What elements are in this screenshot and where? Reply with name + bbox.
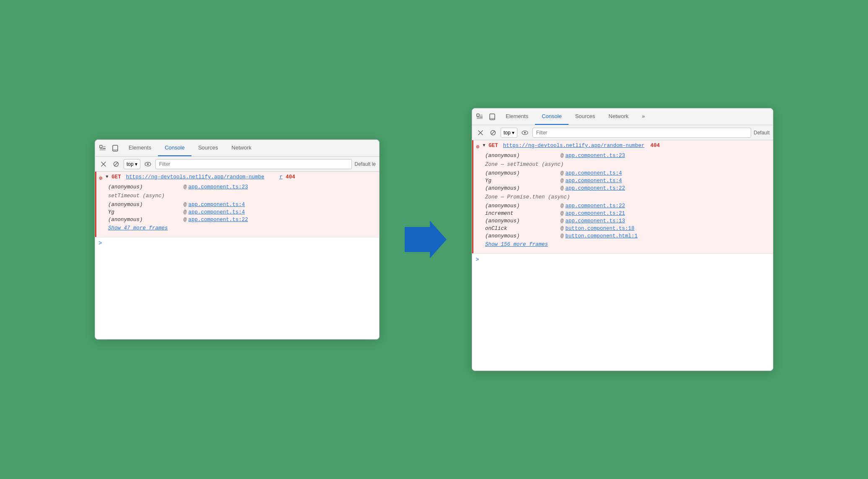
get-method-right: GET: [488, 143, 498, 149]
clear-console-btn-left[interactable]: [98, 159, 108, 169]
error-header-left: ⊗ ▼ GET https://ng-devtools.netlify.app/…: [96, 172, 379, 183]
expand-btn-left[interactable]: ▼: [104, 174, 110, 179]
right-tab-bar: Elements Console Sources Network »: [472, 108, 773, 125]
dropdown-arrow-left: ▾: [135, 161, 137, 167]
tab-sources-left[interactable]: Sources: [191, 140, 225, 156]
async-sep-0-left: setTimeout (async): [108, 191, 376, 201]
error-header-right: ⊗ ▼ GET https://ng-devtools.netlify.app/…: [473, 140, 773, 152]
error-entry-right: ⊗ ▼ GET https://ng-devtools.netlify.app/…: [472, 140, 773, 253]
inspect-icon-btn[interactable]: [97, 142, 108, 154]
arrow-container: [405, 221, 447, 258]
no-icon-btn-left[interactable]: [111, 159, 121, 169]
clear-console-btn-right[interactable]: [475, 128, 486, 138]
tab-network-left[interactable]: Network: [225, 140, 258, 156]
svg-point-12: [492, 118, 492, 119]
frame-8-right: (anonymous) @ button.component.html:1: [485, 232, 770, 240]
frame-5-right: increment @ app.component.ts:21: [485, 210, 770, 217]
stack-frames-left: (anonymous) @ app.component.ts:23 setTim…: [96, 183, 379, 237]
tab-more-right[interactable]: »: [635, 108, 651, 125]
device-icon-btn-right[interactable]: [486, 111, 498, 123]
frame-3-right: (anonymous) @ app.component.ts:22: [485, 185, 770, 192]
svg-point-7: [147, 163, 149, 165]
svg-rect-1: [113, 145, 118, 151]
no-icon-btn-right[interactable]: [488, 128, 498, 138]
right-console-toolbar: top ▾ Default: [472, 125, 773, 140]
frame-6-right: (anonymous) @ app.component.ts:13: [485, 217, 770, 225]
left-tabs: Elements Console Sources Network: [122, 140, 377, 156]
stack-frames-right: (anonymous) @ app.component.ts:23 Zone —…: [473, 152, 773, 253]
svg-marker-8: [405, 221, 447, 258]
svg-line-5: [114, 162, 118, 166]
svg-rect-10: [490, 114, 495, 120]
eye-btn-right[interactable]: [520, 128, 530, 138]
svg-point-3: [115, 150, 115, 150]
get-method-left: GET: [111, 174, 121, 180]
expand-btn-right[interactable]: ▼: [481, 143, 487, 147]
inspect-icon-btn-right[interactable]: [474, 111, 486, 123]
show-more-right[interactable]: Show 156 more frames: [485, 240, 770, 250]
context-value-right: top: [504, 130, 511, 136]
error-url-left[interactable]: https://ng-devtools.netlify.app/random-n…: [126, 174, 264, 180]
eye-btn-left[interactable]: [143, 159, 153, 169]
tab-elements-left[interactable]: Elements: [122, 140, 158, 156]
svg-rect-9: [477, 114, 479, 116]
frame-1-left: (anonymous) @ app.component.ts:4: [108, 201, 376, 209]
url-suffix-left: r 404: [279, 174, 295, 180]
error-url-right[interactable]: https://ng-devtools.netlify.app/random-n…: [503, 143, 645, 149]
svg-line-14: [491, 131, 495, 134]
filter-input-right[interactable]: [532, 128, 751, 138]
error-entry-left: ⊗ ▼ GET https://ng-devtools.netlify.app/…: [95, 172, 379, 237]
left-console-prompt: >: [95, 237, 379, 249]
left-tab-bar: Elements Console Sources Network: [95, 140, 379, 157]
dropdown-arrow-right: ▾: [512, 130, 514, 136]
tab-sources-right[interactable]: Sources: [568, 108, 602, 125]
url-suffix-link-left[interactable]: r: [279, 174, 283, 180]
show-more-left[interactable]: Show 47 more frames: [108, 224, 376, 234]
right-tabs: Elements Console Sources Network »: [499, 108, 771, 125]
frame-1-right: (anonymous) @ app.component.ts:4: [485, 170, 770, 177]
device-icon-btn[interactable]: [109, 142, 121, 154]
svg-rect-0: [100, 145, 102, 148]
frame-2-right: Yg @ app.component.ts:4: [485, 177, 770, 185]
frame-3-left: (anonymous) @ app.component.ts:22: [108, 216, 376, 224]
error-icon-right: ⊗: [476, 143, 479, 150]
error-code-right: 404: [650, 143, 660, 149]
prompt-chevron-right: >: [475, 256, 479, 263]
default-levels-left: Default le: [354, 161, 376, 167]
default-levels-right: Default: [754, 130, 770, 136]
frame-7-right: onClick @ button.component.ts:18: [485, 225, 770, 232]
left-console-toolbar: top ▾ Default le: [95, 157, 379, 172]
async-sep-2-right: Zone — Promise.then (async): [485, 192, 770, 202]
right-console-content: ⊗ ▼ GET https://ng-devtools.netlify.app/…: [472, 140, 773, 371]
async-sep-1-right: Zone — setTimeout (async): [485, 160, 770, 170]
prompt-chevron-left: >: [98, 240, 102, 247]
direction-arrow: [405, 221, 447, 258]
context-value-left: top: [127, 161, 134, 167]
frame-0-left: (anonymous) @ app.component.ts:23: [108, 183, 376, 191]
svg-point-16: [524, 132, 526, 134]
error-code-left: 404: [286, 174, 295, 180]
error-icon-left: ⊗: [99, 175, 102, 182]
frame-4-right: (anonymous) @ app.component.ts:22: [485, 202, 770, 210]
right-devtools-panel: Elements Console Sources Network » top ▾: [472, 108, 773, 371]
context-selector-right[interactable]: top ▾: [501, 128, 517, 138]
tab-elements-right[interactable]: Elements: [499, 108, 535, 125]
tab-console-right[interactable]: Console: [535, 108, 568, 125]
tab-network-right[interactable]: Network: [602, 108, 636, 125]
frame-0-right: (anonymous) @ app.component.ts:23: [485, 152, 770, 160]
right-console-prompt: >: [472, 253, 773, 265]
frame-2-left: Yg @ app.component.ts:4: [108, 209, 376, 216]
left-console-content: ⊗ ▼ GET https://ng-devtools.netlify.app/…: [95, 172, 379, 339]
context-selector-left[interactable]: top ▾: [124, 159, 140, 169]
tab-console-left[interactable]: Console: [158, 140, 191, 156]
filter-input-left[interactable]: [155, 159, 352, 169]
left-devtools-panel: Elements Console Sources Network top ▾: [95, 139, 380, 340]
